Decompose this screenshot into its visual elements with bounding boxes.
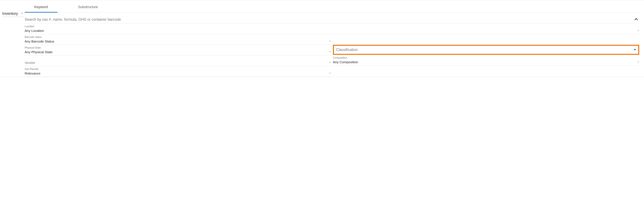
chevron-down-icon [21,12,23,15]
barcode-status-value: Any Barcode Status [25,39,328,44]
tab-keyword[interactable]: Keyword [25,0,58,13]
vendor-placeholder: Vendor [25,60,328,65]
scope-label: Inventory [2,11,18,16]
search-row [25,13,639,24]
location-value: Any Location [25,28,636,33]
location-field[interactable]: Location Any Location [25,24,639,34]
composition-field[interactable]: Composition Any Composition [333,55,639,66]
vendor-field[interactable]: Vendor [25,60,331,66]
search-input[interactable] [25,16,633,23]
svg-marker-0 [21,13,23,14]
svg-marker-5 [329,62,331,63]
collapse-button[interactable] [633,17,639,22]
barcode-status-label: Barcode status [25,34,331,39]
tab-substructure-label: Substructure [78,5,98,9]
svg-marker-1 [637,30,639,31]
svg-marker-6 [637,62,639,63]
tab-keyword-label: Keyword [34,5,48,9]
classification-field[interactable]: Classification [333,45,639,55]
barcode-status-field[interactable]: Barcode status Any Barcode Status [25,34,331,45]
classification-placeholder: Classification [336,47,632,53]
chevron-down-icon [329,61,331,64]
chevron-down-icon [329,51,331,54]
chevron-down-icon [637,29,639,32]
location-label: Location [25,24,639,28]
physical-state-value: Any Physical State [25,50,328,55]
tab-substructure[interactable]: Substructure [68,0,108,13]
chevron-down-icon [634,48,636,51]
sort-results-value: Relevance [25,71,328,76]
tabs: Keyword Substructure [25,0,639,13]
svg-marker-4 [634,49,636,50]
sort-results-field[interactable]: Sort Results Relevance [25,66,331,77]
physical-state-field[interactable]: Physical State Any Physical State [25,45,331,55]
sidebar: Inventory [0,0,25,77]
physical-state-label: Physical State [25,45,331,50]
svg-marker-2 [329,41,331,42]
svg-marker-7 [329,73,331,74]
composition-value: Any Composition [333,60,636,65]
scope-dropdown[interactable]: Inventory [2,11,25,17]
sort-results-label: Sort Results [25,66,331,71]
main-content: Keyword Substructure Location Any Locati… [25,0,644,77]
search-panel: Inventory Keyword Substructure [0,0,644,77]
filters: Location Any Location Barcode status Any… [25,24,639,77]
chevron-down-icon [329,40,331,43]
chevron-down-icon [637,61,639,64]
chevron-down-icon [329,72,331,75]
composition-label: Composition [333,55,639,60]
svg-marker-3 [329,52,331,53]
chevron-up-icon [634,18,638,21]
